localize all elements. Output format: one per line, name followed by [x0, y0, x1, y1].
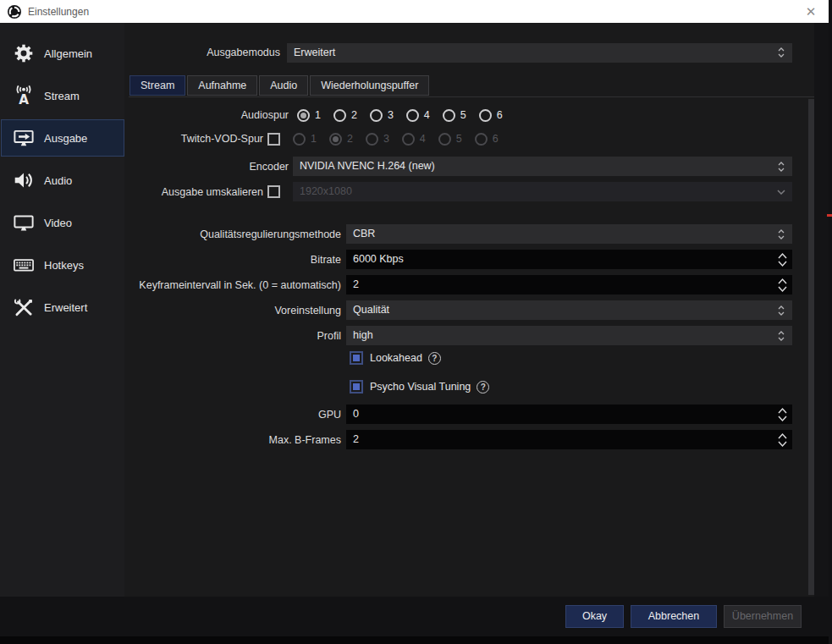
- radio-option-3[interactable]: 3: [370, 109, 394, 122]
- radio-circle[interactable]: [297, 109, 310, 122]
- rate-control-select[interactable]: CBR: [346, 224, 792, 244]
- encoder-label: Encoder: [129, 161, 289, 173]
- tools-icon: [11, 297, 36, 317]
- preset-select[interactable]: Qualität: [346, 300, 792, 320]
- radio-option-label: 4: [424, 109, 430, 121]
- speaker-icon: [11, 170, 36, 190]
- rescale-combobox: 1920x1080: [293, 182, 792, 201]
- lookahead-label: Lookahead: [370, 352, 422, 364]
- radio-option-label: 6: [497, 109, 503, 121]
- scrollbar-handle[interactable]: [808, 99, 814, 595]
- preset-label: Voreinstellung: [129, 305, 341, 316]
- output-mode-select[interactable]: Erweitert: [287, 43, 792, 63]
- radio-circle[interactable]: [479, 109, 492, 122]
- radio-circle: [293, 133, 306, 146]
- scrollbar-track: [814, 23, 829, 597]
- window-right-edge: [829, 0, 832, 644]
- okay-button[interactable]: Okay: [565, 605, 624, 628]
- max-b-frames-spinbox[interactable]: 2: [346, 430, 792, 449]
- chevron-down-icon: [777, 190, 785, 195]
- sidebar-item-label: Ausgabe: [44, 132, 87, 145]
- tab-wiederholungspuffer[interactable]: Wiederholungspuffer: [310, 75, 429, 96]
- output-tabs: Stream Aufnahme Audio Wiederholungspuffe…: [129, 75, 827, 96]
- sidebar-item-hotkeys[interactable]: Hotkeys: [1, 246, 124, 283]
- sidebar-item-label: Video: [44, 217, 72, 229]
- settings-window: Einstellungen ✕ Allgemein: [0, 0, 832, 644]
- cancel-button[interactable]: Abbrechen: [631, 605, 717, 628]
- bitrate-spinbox[interactable]: 6000 Kbps: [346, 250, 792, 269]
- radio-option-5[interactable]: 5: [443, 109, 466, 122]
- encoder-settings-section: Qualitätsregulierungsmethode CBR Bitrate…: [129, 224, 814, 449]
- red-edge-marker: [827, 214, 832, 217]
- gpu-spinbox[interactable]: 0: [346, 405, 792, 424]
- radio-circle[interactable]: [370, 109, 383, 122]
- keyframe-interval-spinbox[interactable]: 2: [346, 275, 792, 294]
- sidebar-item-audio[interactable]: Audio: [1, 162, 124, 199]
- title-bar: Einstellungen ✕: [0, 0, 832, 23]
- psycho-visual-tuning-checkbox[interactable]: [350, 380, 363, 394]
- dialog-footer: Okay Abbrechen Übernehmen: [0, 597, 832, 636]
- monitor-arrow-icon: [11, 128, 36, 148]
- sidebar-item-label: Erweitert: [44, 301, 87, 314]
- radio-circle: [475, 133, 488, 146]
- radio-option-4[interactable]: 4: [406, 109, 430, 122]
- sidebar-item-label: Audio: [44, 174, 72, 187]
- sidebar-item-ausgabe[interactable]: Ausgabe: [1, 119, 124, 157]
- keyframe-interval-label: Keyframeintervall in Sek. (0 = automatis…: [129, 279, 341, 291]
- radio-option-1[interactable]: 1: [297, 109, 321, 122]
- twitch-vod-radios: 123456: [293, 133, 511, 146]
- twitch-vod-checkbox[interactable]: [267, 133, 280, 146]
- radio-option-label: 3: [383, 133, 389, 145]
- spinner-updown-icon[interactable]: [777, 432, 788, 447]
- sidebar-item-stream[interactable]: A Stream: [1, 77, 124, 114]
- stream-tab-pane: Audiospur 123456 Twitch-VOD-Spur 123456 …: [129, 96, 814, 449]
- spinner-updown-icon[interactable]: [777, 252, 788, 267]
- sidebar-item-label: Allgemein: [44, 47, 92, 60]
- rate-control-label: Qualitätsregulierungsmethode: [129, 228, 341, 240]
- chevron-updown-icon: [778, 162, 785, 172]
- lookahead-checkbox[interactable]: [350, 351, 363, 365]
- obs-logo-icon: [8, 5, 21, 19]
- sidebar-item-label: Hotkeys: [44, 259, 84, 272]
- rescale-label: Ausgabe umskalieren: [129, 186, 263, 198]
- radio-option-label: 4: [420, 133, 426, 145]
- sidebar-item-video[interactable]: Video: [1, 204, 124, 241]
- radio-option-label: 6: [493, 133, 499, 145]
- tab-stream[interactable]: Stream: [129, 75, 185, 96]
- profile-label: Profil: [129, 330, 341, 342]
- settings-sidebar: Allgemein A Stream: [0, 23, 124, 597]
- rescale-checkbox[interactable]: [267, 185, 280, 198]
- tab-audio[interactable]: Audio: [259, 75, 308, 96]
- chevron-updown-icon: [778, 331, 785, 341]
- audio-track-radios: 123456: [297, 109, 515, 122]
- radio-option-label: 2: [351, 109, 357, 121]
- sidebar-item-erweitert[interactable]: Erweitert: [1, 289, 124, 326]
- tab-aufnahme[interactable]: Aufnahme: [187, 75, 257, 96]
- radio-option-6[interactable]: 6: [479, 109, 503, 122]
- profile-select[interactable]: high: [346, 326, 792, 345]
- radio-circle[interactable]: [406, 109, 419, 122]
- sidebar-item-allgemein[interactable]: Allgemein: [1, 35, 124, 72]
- radio-option-1: 1: [293, 133, 317, 146]
- window-bottom-edge: [0, 636, 832, 644]
- audio-track-label: Audiospur: [129, 109, 289, 121]
- radio-option-6: 6: [475, 133, 499, 146]
- radio-option-2[interactable]: 2: [333, 109, 357, 122]
- close-icon[interactable]: ✕: [798, 0, 824, 23]
- chevron-updown-icon: [778, 47, 785, 58]
- spinner-updown-icon[interactable]: [777, 278, 788, 292]
- max-b-frames-label: Max. B-Frames: [129, 434, 341, 446]
- window-title: Einstellungen: [28, 6, 89, 18]
- radio-circle[interactable]: [333, 109, 346, 122]
- spinner-updown-icon[interactable]: [777, 407, 788, 421]
- radio-circle: [402, 133, 415, 146]
- radio-option-4: 4: [402, 133, 426, 146]
- radio-circle[interactable]: [443, 109, 455, 122]
- antenna-icon: A: [11, 85, 36, 106]
- radio-option-2: 2: [329, 133, 353, 146]
- radio-circle: [329, 133, 342, 146]
- keyboard-icon: [11, 255, 36, 275]
- gear-icon: [11, 43, 36, 63]
- encoder-select[interactable]: NVIDIA NVENC H.264 (new): [293, 157, 792, 176]
- chevron-updown-icon: [778, 229, 785, 239]
